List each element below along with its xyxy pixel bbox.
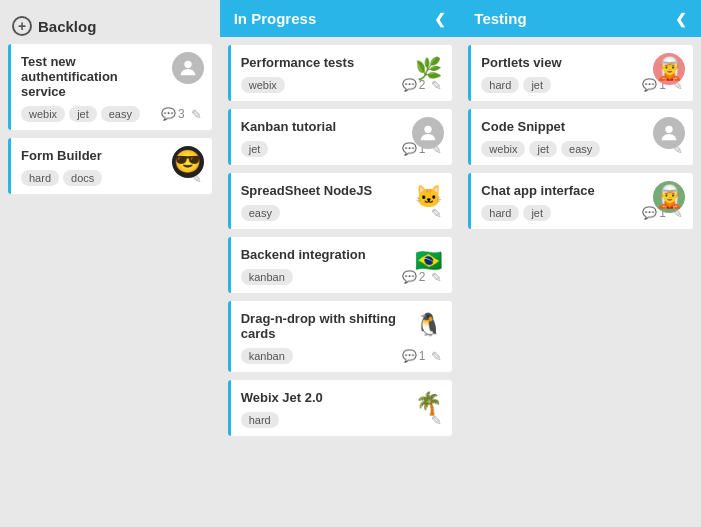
card-footer: kanban 💬 2 ✎ [241, 269, 443, 285]
comment-number: 1 [419, 349, 426, 363]
card-footer: hard jet 💬 1 ✎ [481, 77, 683, 93]
edit-icon[interactable]: ✎ [191, 107, 202, 122]
collapse-testing-button[interactable]: ❮ [675, 11, 687, 27]
kanban-board: + Backlog Test new authentification serv… [0, 0, 701, 527]
backlog-header: + Backlog [8, 8, 212, 44]
tag-jet[interactable]: jet [529, 141, 557, 157]
tag-kanban[interactable]: kanban [241, 269, 293, 285]
comment-bubble-icon: 💬 [642, 206, 657, 220]
card-tags: webix [241, 77, 285, 93]
tag-webix[interactable]: webix [21, 106, 65, 122]
comment-bubble-icon: 💬 [402, 270, 417, 284]
card-tags: hard [241, 412, 279, 428]
tag-webix[interactable]: webix [241, 77, 285, 93]
card-kanban-tutorial: Kanban tutorial jet 💬 1 ✎ [228, 109, 453, 165]
card-performance-tests: 🌿 Performance tests webix 💬 2 ✎ [228, 45, 453, 101]
edit-icon[interactable]: ✎ [431, 349, 442, 364]
avatar: 😎 [172, 146, 204, 178]
card-footer: webix 💬 2 ✎ [241, 77, 443, 93]
backlog-card-1: Test new authentification service webix … [8, 44, 212, 130]
tag-docs[interactable]: docs [63, 170, 102, 186]
testing-body: 🧝 Portlets view hard jet 💬 1 ✎ [460, 37, 701, 527]
tag-easy[interactable]: easy [101, 106, 140, 122]
card-footer: hard docs ✎ [21, 170, 202, 186]
card-webix-jet: 🌴 Webix Jet 2.0 hard ✎ [228, 380, 453, 436]
card-footer: easy ✎ [241, 205, 443, 221]
tag-kanban[interactable]: kanban [241, 348, 293, 364]
backlog-card-2: 😎 Form Builder hard docs ✎ [8, 138, 212, 194]
card-meta: 💬 3 ✎ [161, 107, 202, 122]
card-code-snippet: Code Snippet webix jet easy ✎ [468, 109, 693, 165]
comment-count: 💬 3 [161, 107, 185, 121]
comment-bubble-icon: 💬 [402, 78, 417, 92]
avatar [653, 117, 685, 149]
inprogress-column: In Progress ❮ 🌿 Performance tests webix … [220, 0, 461, 527]
card-footer: hard ✎ [241, 412, 443, 428]
inprogress-title: In Progress [234, 10, 317, 27]
avatar: 🧝 [653, 181, 685, 213]
svg-point-2 [665, 126, 672, 133]
comment-bubble-icon: 💬 [642, 78, 657, 92]
svg-point-1 [425, 126, 432, 133]
inprogress-header: In Progress ❮ [220, 0, 461, 37]
tag-easy[interactable]: easy [241, 205, 280, 221]
comment-bubble-icon: 💬 [402, 349, 417, 363]
card-footer: webix jet easy 💬 3 ✎ [21, 106, 202, 122]
tag-hard[interactable]: hard [481, 205, 519, 221]
tag-webix[interactable]: webix [481, 141, 525, 157]
card-tags: hard jet [481, 77, 551, 93]
testing-header: Testing ❮ [460, 0, 701, 37]
testing-column: Testing ❮ 🧝 Portlets view hard jet 💬 1 [460, 0, 701, 527]
card-tags: webix jet easy [21, 106, 140, 122]
testing-title: Testing [474, 10, 526, 27]
card-tags: hard jet [481, 205, 551, 221]
card-footer: jet 💬 1 ✎ [241, 141, 443, 157]
comment-number: 3 [178, 107, 185, 121]
inprogress-body: 🌿 Performance tests webix 💬 2 ✎ [220, 37, 461, 527]
collapse-inprogress-button[interactable]: ❮ [434, 11, 446, 27]
card-portlets-view: 🧝 Portlets view hard jet 💬 1 ✎ [468, 45, 693, 101]
tag-jet[interactable]: jet [69, 106, 97, 122]
tag-jet[interactable]: jet [241, 141, 269, 157]
tag-hard[interactable]: hard [481, 77, 519, 93]
comment-bubble-icon: 💬 [161, 107, 176, 121]
card-tags: kanban [241, 269, 293, 285]
card-backend-integration: 🇧🇷 Backend integration kanban 💬 2 ✎ [228, 237, 453, 293]
card-footer: kanban 💬 1 ✎ [241, 348, 443, 364]
tag-jet[interactable]: jet [523, 205, 551, 221]
comment-bubble-icon: 💬 [402, 142, 417, 156]
backlog-title: Backlog [38, 18, 96, 35]
add-card-button[interactable]: + [12, 16, 32, 36]
tag-jet[interactable]: jet [523, 77, 551, 93]
card-spreadsheet-nodejs: 🐱 SpreadSheet NodeJS easy ✎ [228, 173, 453, 229]
card-tags: jet [241, 141, 269, 157]
tag-hard[interactable]: hard [21, 170, 59, 186]
card-tags: easy [241, 205, 280, 221]
tag-hard[interactable]: hard [241, 412, 279, 428]
comment-count: 💬 1 [402, 349, 426, 363]
svg-point-0 [184, 61, 191, 68]
avatar [172, 52, 204, 84]
card-footer: webix jet easy ✎ [481, 141, 683, 157]
card-drag-n-drop: 🐧 Drag-n-drop with shifting cards kanban… [228, 301, 453, 372]
card-tags: kanban [241, 348, 293, 364]
avatar: 🧝 [653, 53, 685, 85]
backlog-column: + Backlog Test new authentification serv… [0, 0, 220, 527]
card-chat-app: 🧝 Chat app interface hard jet 💬 1 ✎ [468, 173, 693, 229]
card-tags: hard docs [21, 170, 102, 186]
card-footer: hard jet 💬 1 ✎ [481, 205, 683, 221]
tag-easy[interactable]: easy [561, 141, 600, 157]
card-meta: 💬 1 ✎ [402, 349, 443, 364]
card-tags: webix jet easy [481, 141, 600, 157]
